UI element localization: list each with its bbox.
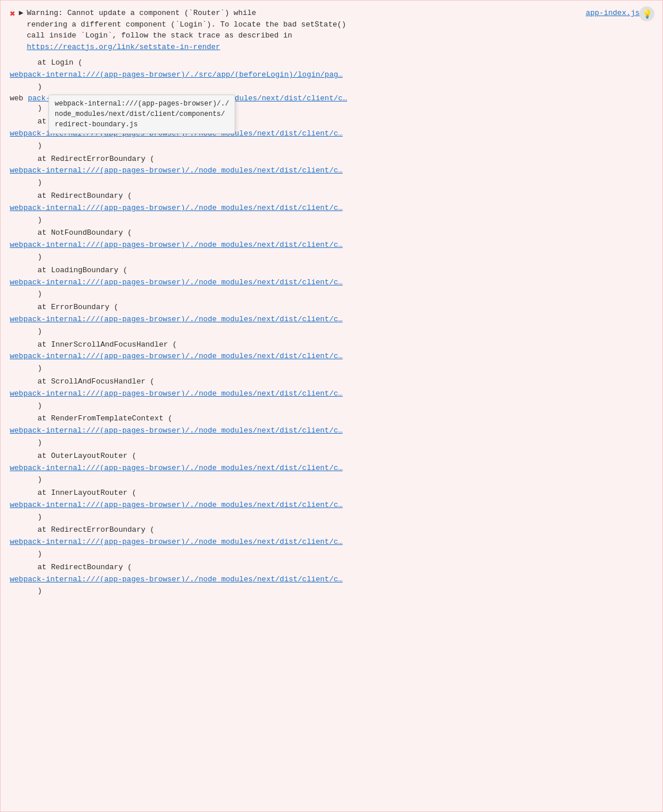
stack-frame-login: at Login ( webpack-internal:///(app-page… (10, 57, 653, 93)
at-redirectboundary-2-label: at RedirectBoundary ( (10, 562, 653, 574)
error-icon: ✖ (10, 8, 16, 20)
error-header: ✖ ▶ Warning: Cannot update a component (… (10, 7, 653, 52)
stack-frame-redirectboundary-2: at RedirectBoundary ( webpack-internal:/… (10, 562, 653, 597)
at-renderfromtemplatecontext-label: at RenderFromTemplateContext ( (10, 413, 653, 425)
scrollandfocushandler-close-paren: ) (10, 400, 653, 412)
warning-message-part1: Cannot update a component (`Router`) whi… (67, 9, 257, 17)
at-redirecterrorboundary-2-label: at RedirectErrorBoundary ( (10, 524, 653, 536)
lightbulb-icon: 💡 (642, 9, 652, 19)
loadingboundary-file-link[interactable]: webpack-internal:///(app-pages-browser)/… (10, 278, 342, 287)
stack-frame-notfoundboundary: at NotFoundBoundary ( webpack-internal:/… (10, 227, 653, 263)
innerlayoutrouter-2-close-paren: ) (10, 512, 653, 524)
error-panel: 💡 ✖ ▶ Warning: Cannot update a component… (0, 0, 663, 812)
tooltip-line3: redirect-boundary.js (55, 119, 229, 130)
scrollandfocushandler-file-link[interactable]: webpack-internal:///(app-pages-browser)/… (10, 389, 342, 398)
renderfromtemplatecontext-close-paren: ) (10, 437, 653, 449)
warning-text: Warning: Cannot update a component (`Rou… (27, 7, 653, 52)
redirecterrorboundary-2-close-paren: ) (10, 548, 653, 561)
innerlayoutrouter-2-link-line: webpack-internal:///(app-pages-browser)/… (10, 499, 653, 512)
notfoundboundary-file-link[interactable]: webpack-internal:///(app-pages-browser)/… (10, 240, 342, 249)
at-errorboundary-label: at ErrorBoundary ( (10, 302, 653, 314)
warning-line-1: Warning: Cannot update a component (`Rou… (27, 7, 653, 19)
tooltip-line2: node_modules/next/dist/client/components… (55, 109, 229, 119)
errorboundary-close-paren: ) (10, 326, 653, 338)
outerlayoutrouter-link-line: webpack-internal:///(app-pages-browser)/… (10, 463, 653, 475)
stack-frame-innerscrollandfocushandler: at InnerScrollAndFocusHandler ( webpack-… (10, 339, 653, 375)
stack-frame-errorboundary: at ErrorBoundary ( webpack-internal:///(… (10, 302, 653, 337)
tooltip-line1: webpack-internal:///(app-pages-browser)/… (55, 99, 229, 109)
innerscrollandfocushandler-close-paren: ) (10, 363, 653, 375)
at-outerlayoutrouter-label: at OuterLayoutRouter ( (10, 450, 653, 463)
loadingboundary-close-paren: ) (10, 288, 653, 300)
redirectboundary-2-file-link[interactable]: webpack-internal:///(app-pages-browser)/… (10, 575, 342, 584)
stack-frame-redirectboundary-1: at RedirectBoundary ( webpack-internal:/… (10, 190, 653, 226)
warning-text-line2: rendering a different component (`Login`… (27, 19, 653, 31)
login-file-link-line: webpack-internal:///(app-pages-browser)/… (10, 69, 653, 81)
at-scrollandfocushandler-label: at ScrollAndFocusHandler ( (10, 376, 653, 388)
redirectboundary-1-file-link[interactable]: webpack-internal:///(app-pages-browser)/… (10, 204, 342, 212)
innerlayoutrouter-1-close-paren: ) (10, 140, 653, 152)
stack-frame-renderfromtemplatecontext: at RenderFromTemplateContext ( webpack-i… (10, 413, 653, 449)
stack-frame-innerlayoutrouter-2: at InnerLayoutRouter ( webpack-internal:… (10, 487, 653, 523)
at-redirectboundary-1-label: at RedirectBoundary ( (10, 190, 653, 202)
warning-docs-link-line: https://reactjs.org/link/setstate-in-ren… (27, 42, 653, 53)
loadingboundary-link-line: webpack-internal:///(app-pages-browser)/… (10, 277, 653, 289)
warning-text-line3: call inside `Login`, follow the stack tr… (27, 30, 653, 42)
web-prefix: web (10, 94, 23, 103)
redirecterrorboundary-1-close-paren: ) (10, 177, 653, 189)
redirectboundary-2-link-line: webpack-internal:///(app-pages-browser)/… (10, 574, 653, 586)
innerscrollandfocushandler-file-link[interactable]: webpack-internal:///(app-pages-browser)/… (10, 352, 342, 360)
warning-text-line1: Warning: Cannot update a component (`Rou… (27, 7, 256, 19)
redirecterrorboundary-2-file-link[interactable]: webpack-internal:///(app-pages-browser)/… (10, 537, 342, 546)
innerlayoutrouter-2-file-link[interactable]: webpack-internal:///(app-pages-browser)/… (10, 501, 342, 509)
redirectboundary-2-close-paren: ) (10, 585, 653, 597)
renderfromtemplatecontext-link-line: webpack-internal:///(app-pages-browser)/… (10, 425, 653, 437)
renderfromtemplatecontext-file-link[interactable]: webpack-internal:///(app-pages-browser)/… (10, 426, 342, 435)
redirectboundary-1-close-paren: ) (10, 215, 653, 227)
notfoundboundary-close-paren: ) (10, 251, 653, 264)
innerscrollandfocushandler-link-line: webpack-internal:///(app-pages-browser)/… (10, 351, 653, 363)
redirectboundary-1-link-line: webpack-internal:///(app-pages-browser)/… (10, 202, 653, 215)
stack-frame-redirecterrorboundary-2: at RedirectErrorBoundary ( webpack-inter… (10, 524, 653, 560)
at-innerlayoutrouter-2-label: at InnerLayoutRouter ( (10, 487, 653, 499)
at-loadingboundary-label: at LoadingBoundary ( (10, 265, 653, 277)
warning-label: Warning: (27, 9, 62, 17)
errorboundary-link-line: webpack-internal:///(app-pages-browser)/… (10, 314, 653, 326)
notfoundboundary-link-line: webpack-internal:///(app-pages-browser)/… (10, 239, 653, 251)
stack-frame-loadingboundary: at LoadingBoundary ( webpack-internal://… (10, 265, 653, 300)
login-file-link[interactable]: webpack-internal:///(app-pages-browser)/… (10, 70, 342, 79)
stack-frame-redirecterrorboundary-1: at RedirectErrorBoundary ( webpack-inter… (10, 153, 653, 189)
errorboundary-file-link[interactable]: webpack-internal:///(app-pages-browser)/… (10, 315, 342, 324)
at-redirecterrorboundary-1-label: at RedirectErrorBoundary ( (10, 153, 653, 166)
outerlayoutrouter-file-link[interactable]: webpack-internal:///(app-pages-browser)/… (10, 464, 342, 472)
at-login-label: at Login ( (10, 57, 653, 69)
scrollandfocushandler-link-line: webpack-internal:///(app-pages-browser)/… (10, 388, 653, 400)
stack-frame-outerlayoutrouter: at OuterLayoutRouter ( webpack-internal:… (10, 450, 653, 486)
docs-link[interactable]: https://reactjs.org/link/setstate-in-ren… (27, 43, 220, 51)
at-notfoundboundary-label: at NotFoundBoundary ( (10, 227, 653, 239)
redirecterrorboundary-1-link-line: webpack-internal:///(app-pages-browser)/… (10, 165, 653, 177)
toggle-icon[interactable]: 💡 (639, 6, 654, 21)
outerlayoutrouter-close-paren: ) (10, 474, 653, 486)
stack-frame-scrollandfocushandler: at ScrollAndFocusHandler ( webpack-inter… (10, 376, 653, 412)
redirecterrorboundary-1-file-link[interactable]: webpack-internal:///(app-pages-browser)/… (10, 166, 342, 175)
login-close-paren: ) (10, 81, 653, 93)
expand-arrow-icon[interactable]: ▶ (19, 8, 24, 17)
at-innerscrollandfocushandler-label: at InnerScrollAndFocusHandler ( (10, 339, 653, 351)
tooltip-popup: webpack-internal:///(app-pages-browser)/… (48, 95, 235, 134)
redirecterrorboundary-2-link-line: webpack-internal:///(app-pages-browser)/… (10, 536, 653, 548)
